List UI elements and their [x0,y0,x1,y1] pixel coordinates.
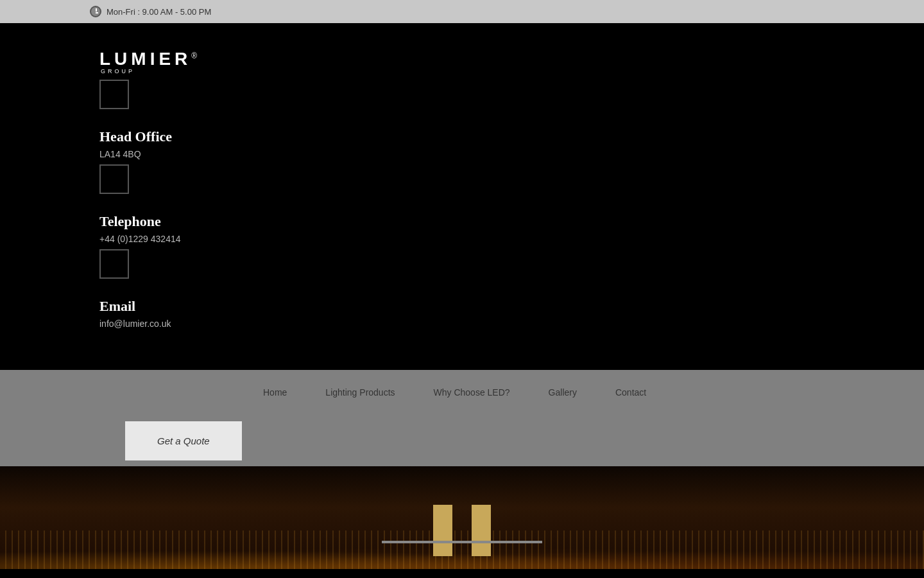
hero-area [0,466,924,569]
telephone-title: Telephone [99,213,924,230]
get-a-quote-button[interactable]: Get a Quote [125,421,242,460]
hero-image [0,466,924,569]
main-section: LUMIER® GROUP Head Office LA14 4BQ Telep… [0,23,924,370]
registered-mark: ® [191,51,201,60]
head-office-section: Head Office LA14 4BQ [99,128,924,194]
logo-area: LUMIER® GROUP [99,49,924,109]
email-section: Email info@lumier.co.uk [99,298,924,329]
nav-bar: Home Lighting Products Why Choose LED? G… [0,370,924,415]
nav-item-gallery[interactable]: Gallery [529,387,596,398]
head-office-image-placeholder [99,164,129,194]
logo-name: LUMIER® [99,49,201,69]
clock-icon [90,6,101,17]
telephone-section: Telephone +44 (0)1229 432414 [99,213,924,279]
bridge-tower-right [472,505,491,556]
cta-area: Get a Quote [0,415,924,466]
telephone-image-placeholder [99,249,129,279]
nav-item-lighting-products[interactable]: Lighting Products [306,387,414,398]
bridge-silhouette [382,492,542,556]
nav-item-contact[interactable]: Contact [596,387,665,398]
logo-text: LUMIER® [99,49,924,69]
bridge-road [382,541,542,543]
logo-group: GROUP [99,68,924,74]
head-office-value: LA14 4BQ [99,149,924,159]
top-bar: Mon-Fri : 9.00 AM - 5.00 PM [0,0,924,23]
email-title: Email [99,298,924,315]
nav-item-why-led[interactable]: Why Choose LED? [415,387,529,398]
head-office-title: Head Office [99,128,924,145]
telephone-value: +44 (0)1229 432414 [99,234,924,244]
nav-item-home[interactable]: Home [244,387,306,398]
email-value: info@lumier.co.uk [99,319,924,329]
business-hours: Mon-Fri : 9.00 AM - 5.00 PM [107,7,211,17]
bridge-tower-left [433,505,452,556]
logo-image-placeholder [99,80,129,109]
